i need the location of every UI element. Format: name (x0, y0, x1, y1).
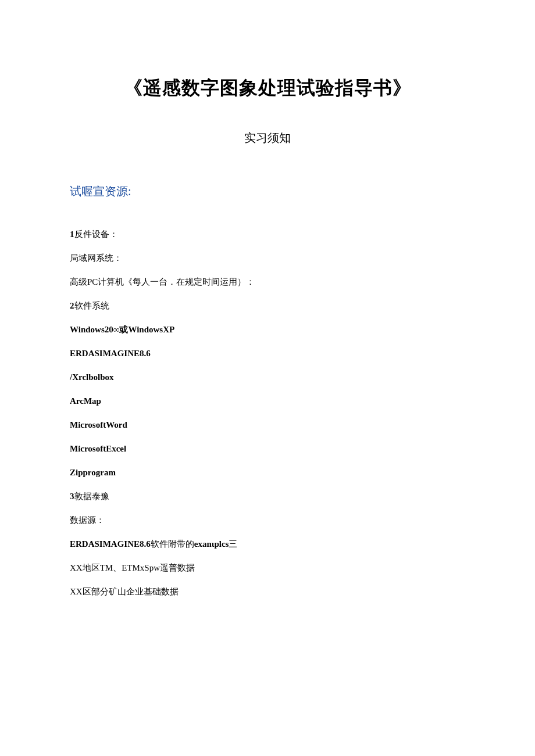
content-line: XX区部分矿山企业基础数据 (70, 586, 465, 598)
content-line: ArcMap (70, 395, 465, 407)
content-line: 高级PC计算机《每人一台．在规定时间运用）： (70, 276, 465, 288)
content-line: 3敦据泰豫 (70, 490, 465, 503)
content-line: Windows20∞或WindowsXP (70, 324, 465, 336)
content-line: 1反件设备： (70, 228, 465, 241)
content-line: 2软件系统 (70, 300, 465, 312)
content-line: XX地区TM、ETMxSpw遥普数据 (70, 562, 465, 574)
document-title: 《遥感数字图象处理试验指导书》 (70, 76, 465, 101)
content-line: Zipprogram (70, 467, 465, 479)
document-subtitle: 实习须知 (70, 130, 465, 146)
content-line: ERDASIMAGINE8.6软件附带的exanιplcs三 (70, 538, 465, 550)
section-header: 试喔宣资源: (70, 184, 465, 199)
content-line: ERDASIMAGINE8.6 (70, 347, 465, 360)
content-line: MicrosoftWord (70, 419, 465, 431)
content-line: /Xrclbolbox (70, 371, 465, 384)
content-line: MicrosoftExcel (70, 443, 465, 455)
content-line: 数据源： (70, 514, 465, 526)
content-line: 局域网系统： (70, 252, 465, 264)
